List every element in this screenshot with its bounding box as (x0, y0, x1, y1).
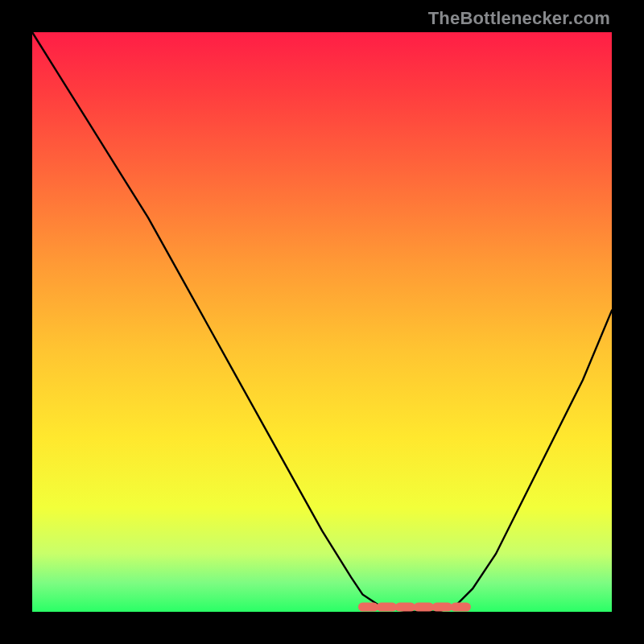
curve-overlay (32, 32, 612, 612)
watermark-label: TheBottlenecker.com (428, 8, 610, 29)
bottleneck-curve (32, 32, 612, 612)
